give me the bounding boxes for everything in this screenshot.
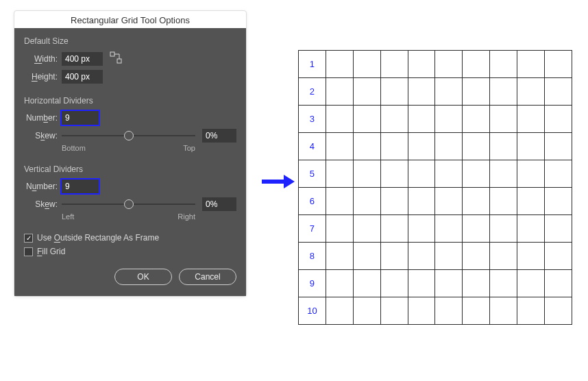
slider-thumb[interactable] [124,131,134,140]
height-row: Height: [24,70,236,84]
table-row: 7 [299,215,572,243]
v-skew-left: Left [62,212,74,221]
v-number-input[interactable] [62,180,99,193]
grid-preview: 12345678910 [298,50,572,324]
fill-grid-row[interactable]: Fill Grid [24,247,236,256]
grid-cell [545,106,572,133]
v-skew-row: Skew: [24,197,236,211]
horizontal-dividers-group: Horizontal Dividers Number: Skew: Bottom [24,96,236,152]
constrain-proportions-icon[interactable] [110,51,122,66]
grid-cell: 6 [299,188,326,215]
grid-cell [326,188,353,215]
grid-cell [490,215,517,243]
grid-cell [380,160,408,188]
grid-cell [435,160,463,188]
grid-cell [380,215,408,243]
grid-cell [408,297,435,325]
grid-cell [517,106,545,133]
grid-cell: 7 [299,215,326,243]
grid-cell [463,188,490,215]
outside-rect-row[interactable]: ✓ Use Outside Rectangle As Frame [24,233,236,243]
grid-cell [490,51,517,78]
height-input[interactable] [62,70,103,84]
vertical-dividers-group: Vertical Dividers Number: Skew: Left [24,164,236,221]
outside-rect-label: Use Outside Rectangle As Frame [37,233,159,243]
grid-cell [517,297,545,325]
table-row: 6 [299,188,572,215]
grid-cell [326,270,353,297]
grid-cell [435,106,463,133]
grid-cell [517,51,545,78]
table-row: 9 [299,270,572,297]
grid-cell [380,188,408,215]
grid-cell [517,78,545,106]
grid-cell: 1 [299,51,326,78]
grid-cell [517,243,545,270]
grid-cell [326,160,353,188]
grid-cell [353,160,380,188]
width-row: Width: [24,51,236,66]
grid-cell [490,78,517,106]
svg-marker-3 [284,175,295,188]
h-skew-slider[interactable] [62,130,195,142]
cancel-button[interactable]: Cancel [179,269,236,285]
grid-cell [408,215,435,243]
fill-grid-checkbox[interactable] [24,247,33,256]
grid-cell [545,160,572,188]
h-skew-right: Top [183,144,195,152]
grid-cell [353,243,380,270]
grid-cell [435,215,463,243]
grid-cell [435,51,463,78]
grid-cell [353,106,380,133]
grid-cell [463,243,490,270]
dialog-body: Default Size Width: Height: Horizontal D… [14,28,246,296]
width-input[interactable] [62,52,103,66]
grid-table: 12345678910 [298,50,572,325]
grid-cell [435,188,463,215]
grid-cell [408,133,435,160]
h-number-row: Number: [24,111,236,125]
v-skew-slider[interactable] [62,198,195,210]
grid-cell [408,51,435,78]
ok-button[interactable]: OK [114,269,172,285]
h-number-input[interactable] [62,111,99,125]
grid-cell [326,106,353,133]
h-skew-left: Bottom [62,144,86,152]
grid-cell: 5 [299,160,326,188]
grid-cell [380,51,408,78]
grid-cell: 8 [299,243,326,270]
h-skew-value[interactable] [202,129,236,143]
grid-cell [517,160,545,188]
default-size-heading: Default Size [24,36,236,46]
grid-cell: 10 [299,297,326,325]
v-skew-right: Right [177,212,195,221]
fill-grid-label: Fill Grid [37,247,65,256]
default-size-group: Default Size Width: Height: [24,36,236,84]
grid-cell: 4 [299,133,326,160]
grid-cell [463,215,490,243]
grid-cell [380,78,408,106]
arrow-icon [260,173,295,193]
outside-rect-checkbox[interactable]: ✓ [24,234,33,243]
grid-cell [517,215,545,243]
grid-cell [545,243,572,270]
grid-cell [545,188,572,215]
h-skew-row: Skew: [24,129,236,143]
grid-cell [353,215,380,243]
h-number-label: Number: [24,113,62,123]
v-skew-value[interactable] [202,197,236,211]
grid-cell [545,270,572,297]
dialog-buttons: OK Cancel [24,269,236,285]
grid-cell [517,270,545,297]
horizontal-heading: Horizontal Dividers [24,96,236,106]
slider-thumb[interactable] [124,199,134,209]
grid-cell [326,243,353,270]
grid-cell [545,51,572,78]
svg-rect-0 [110,52,114,56]
grid-cell [408,106,435,133]
grid-cell [435,133,463,160]
grid-cell [545,78,572,106]
grid-cell [408,243,435,270]
grid-cell [353,51,380,78]
svg-rect-1 [117,59,121,63]
